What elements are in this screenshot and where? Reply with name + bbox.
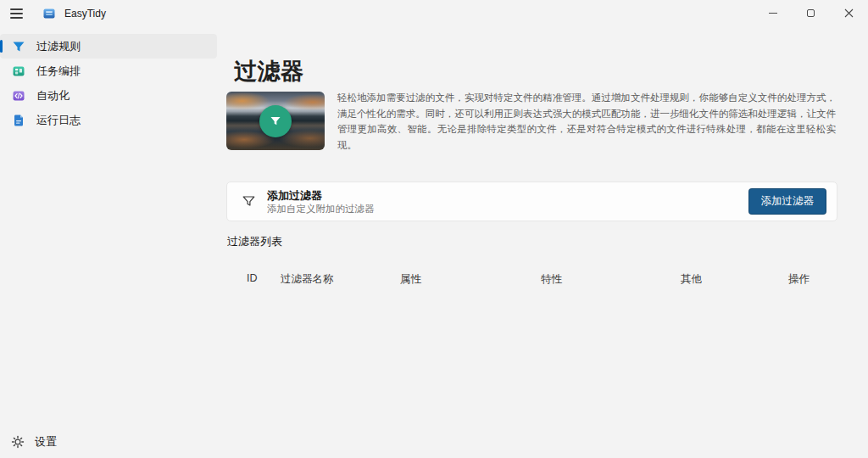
add-filter-button[interactable]: 添加过滤器 — [748, 188, 827, 215]
filter-icon — [12, 40, 25, 53]
hamburger-menu-icon[interactable] — [8, 2, 34, 25]
filter-list-label: 过滤器列表 — [227, 234, 282, 249]
column-header-action: 操作 — [788, 272, 810, 287]
funnel-outline-icon — [242, 194, 256, 209]
sidebar-nav: 过滤规则 任务编排 — [0, 34, 217, 132]
sidebar-item-automation[interactable]: 自动化 — [0, 83, 217, 108]
app-logo-icon — [42, 7, 56, 20]
main-content: 过滤器 轻松地添加需要过滤的文件，实现对特定文件的精准管理。通过增加文件处理规则… — [226, 0, 837, 458]
sidebar-item-label: 任务编排 — [36, 64, 81, 79]
sidebar-item-settings[interactable]: 设置 — [0, 429, 217, 455]
add-filter-card-text: 添加过滤器 添加自定义附加的过滤器 — [267, 189, 375, 215]
add-filter-card-title: 添加过滤器 — [267, 189, 375, 202]
add-filter-card: 添加过滤器 添加自定义附加的过滤器 添加过滤器 — [226, 182, 837, 221]
filter-table-header: ID 过滤器名称 属性 特性 其他 操作 — [226, 272, 837, 288]
add-filter-card-subtitle: 添加自定义附加的过滤器 — [267, 203, 375, 215]
logs-icon — [12, 114, 25, 127]
sidebar-item-task-orchestration[interactable]: 任务编排 — [0, 59, 217, 83]
column-header-attribute: 属性 — [400, 272, 421, 287]
app-title: EasyTidy — [64, 8, 106, 20]
column-header-id: ID — [247, 272, 258, 284]
hero-filter-badge-icon — [259, 105, 292, 137]
hero-image — [226, 92, 325, 150]
sidebar-item-run-logs[interactable]: 运行日志 — [0, 108, 217, 132]
settings-label: 设置 — [35, 434, 57, 450]
column-header-characteristic: 特性 — [541, 272, 562, 287]
tasks-icon — [12, 64, 25, 78]
column-header-name: 过滤器名称 — [281, 272, 334, 287]
page-title: 过滤器 — [234, 56, 304, 87]
hero-section: 轻松地添加需要过滤的文件，实现对特定文件的精准管理。通过增加文件处理规则，你能够… — [226, 92, 837, 153]
sidebar-item-label: 自动化 — [36, 88, 70, 103]
page-description: 轻松地添加需要过滤的文件，实现对特定文件的精准管理。通过增加文件处理规则，你能够… — [337, 90, 836, 153]
sidebar-item-filter-rules[interactable]: 过滤规则 — [0, 34, 217, 59]
gear-icon — [11, 435, 25, 449]
sidebar-item-label: 运行日志 — [36, 113, 81, 128]
column-header-other: 其他 — [681, 272, 702, 287]
automation-icon — [12, 89, 25, 103]
sidebar-item-label: 过滤规则 — [36, 39, 81, 54]
